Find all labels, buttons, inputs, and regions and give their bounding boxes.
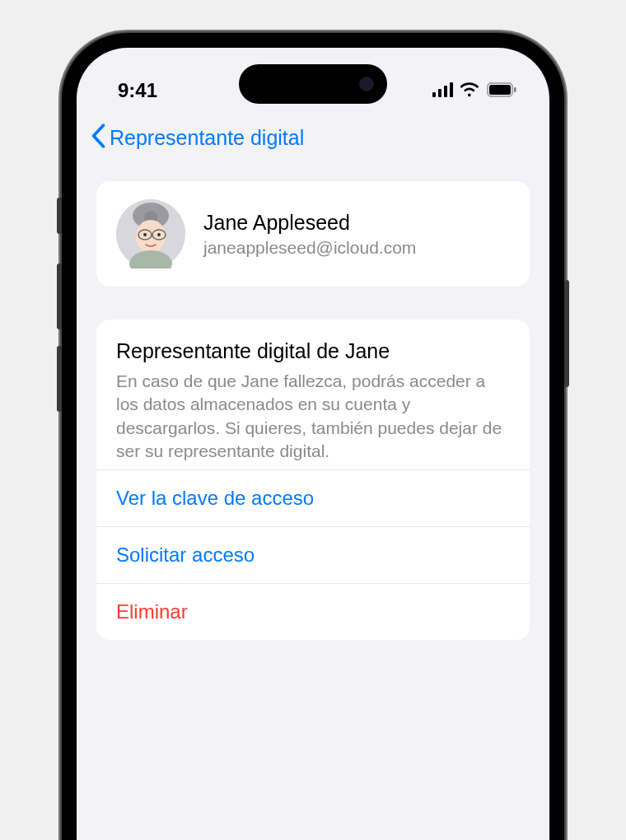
svg-rect-0 — [432, 92, 436, 97]
volume-down-button — [57, 346, 62, 412]
cellular-icon — [432, 79, 454, 102]
svg-rect-1 — [438, 89, 441, 97]
battery-icon — [487, 79, 516, 102]
contact-info: Jane Appleseed janeappleseed@icloud.com — [203, 211, 416, 258]
avatar — [116, 199, 185, 268]
status-time: 9:41 — [118, 79, 157, 102]
svg-point-15 — [157, 233, 161, 236]
section-title: Representante digital de Jane — [116, 339, 510, 363]
chevron-left-icon[interactable] — [90, 124, 106, 152]
remove-button[interactable]: Eliminar — [96, 583, 530, 640]
request-access-button[interactable]: Solicitar acceso — [96, 526, 530, 583]
svg-rect-5 — [489, 85, 511, 95]
svg-rect-6 — [514, 87, 516, 92]
section-description: En caso de que Jane fallezca, podrás acc… — [116, 370, 510, 463]
wifi-icon — [460, 79, 480, 102]
contact-email: janeappleseed@icloud.com — [203, 238, 416, 258]
contact-row[interactable]: Jane Appleseed janeappleseed@icloud.com — [96, 181, 530, 287]
iphone-frame: 9:41 Representante digital — [62, 33, 564, 840]
svg-point-14 — [143, 233, 147, 236]
view-access-key-button[interactable]: Ver la clave de acceso — [96, 469, 530, 526]
nav-back-label[interactable]: Representante digital — [110, 126, 304, 150]
screen: 9:41 Representante digital — [77, 48, 549, 840]
dynamic-island — [239, 64, 387, 104]
contact-card: Jane Appleseed janeappleseed@icloud.com — [96, 181, 530, 287]
content-area: Jane Appleseed janeappleseed@icloud.com … — [77, 168, 549, 686]
section-header: Representante digital de Jane En caso de… — [96, 320, 530, 469]
power-button — [564, 280, 569, 387]
status-indicators — [432, 79, 516, 102]
nav-bar[interactable]: Representante digital — [77, 110, 549, 168]
svg-rect-2 — [444, 86, 447, 97]
contact-name: Jane Appleseed — [203, 211, 416, 235]
actions-card: Representante digital de Jane En caso de… — [96, 320, 530, 640]
volume-up-button — [57, 264, 62, 329]
side-button — [57, 198, 62, 234]
svg-rect-3 — [450, 82, 453, 97]
